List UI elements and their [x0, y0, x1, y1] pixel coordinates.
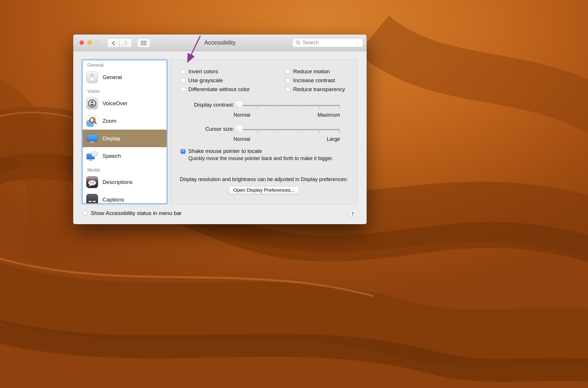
titlebar[interactable]: Accessibility Search [73, 34, 367, 51]
reduce-transparency-label: Reduce transparency [293, 86, 345, 93]
sidebar-item-captions[interactable]: Captions [83, 191, 167, 204]
back-button[interactable] [107, 38, 120, 48]
sidebar[interactable]: General General Vision VoiceOver [82, 59, 167, 204]
sidebar-section-general: General [87, 63, 167, 68]
sidebar-item-label: Captions [102, 197, 124, 203]
voiceover-icon [86, 97, 98, 110]
sidebar-item-general[interactable]: General [83, 68, 167, 86]
question-mark-icon: ? [351, 212, 354, 217]
grid-icon [141, 41, 146, 45]
use-grayscale-checkbox[interactable] [181, 78, 185, 83]
sidebar-item-voiceover[interactable]: VoiceOver [83, 95, 167, 112]
captions-icon [86, 194, 98, 204]
open-display-preferences-button[interactable]: Open Display Preferences... [229, 186, 299, 194]
sidebar-item-speech[interactable]: Speech [83, 147, 167, 165]
sidebar-section-media: Media [87, 168, 167, 173]
help-button[interactable]: ? [349, 210, 356, 218]
search-icon [296, 40, 301, 45]
shake-mouse-pointer-checkbox[interactable] [181, 149, 185, 154]
reduce-transparency-checkbox[interactable] [285, 87, 290, 92]
shake-mouse-pointer-label: Shake mouse pointer to locate [188, 148, 262, 154]
sidebar-section-vision: Vision [87, 89, 167, 94]
slider-track[interactable] [237, 105, 340, 106]
max-label: Maximum [318, 112, 340, 118]
slider-ticks [237, 106, 340, 108]
increase-contrast-row[interactable]: Increase contrast [285, 78, 335, 83]
sidebar-item-label: Zoom [102, 118, 117, 124]
cursor-size-label: Cursor size: [171, 126, 234, 132]
chevron-left-icon [112, 41, 115, 45]
shake-mouse-pointer-row[interactable]: Shake mouse pointer to locate [181, 148, 262, 154]
sidebar-item-label: Speech [102, 153, 121, 159]
shake-mouse-pointer-description: Quickly move the mouse pointer back and … [188, 155, 333, 162]
accessibility-status-row[interactable]: Show Accessibility status in menu bar [83, 210, 182, 216]
reduce-motion-row[interactable]: Reduce motion [285, 69, 330, 74]
accessibility-status-label: Show Accessibility status in menu bar [91, 210, 182, 216]
increase-contrast-checkbox[interactable] [285, 78, 290, 83]
display-contrast-scale: Normal Maximum [237, 112, 340, 118]
differentiate-without-color-checkbox[interactable] [181, 87, 185, 92]
sidebar-item-label: General [102, 74, 122, 80]
descriptions-icon [86, 176, 98, 188]
sidebar-item-label: Display [102, 135, 120, 142]
min-label: Normal [233, 136, 250, 142]
reduce-motion-label: Reduce motion [293, 68, 330, 75]
nav-buttons [107, 38, 132, 48]
invert-colors-checkbox[interactable] [181, 69, 185, 74]
sidebar-item-label: VoiceOver [102, 100, 128, 107]
differentiate-without-color-label: Differentiate without color [188, 86, 250, 93]
zoom-icon [86, 115, 98, 127]
sidebar-item-label: Descriptions [102, 179, 133, 185]
invert-colors-label: Invert colors [188, 68, 218, 75]
min-label: Normal [233, 112, 250, 118]
slider-track[interactable] [237, 129, 340, 130]
display-contrast-slider[interactable] [237, 102, 340, 109]
display-preferences-note: Display resolution and brightness can be… [171, 176, 357, 183]
use-grayscale-label: Use grayscale [188, 77, 223, 84]
reduce-motion-checkbox[interactable] [285, 69, 290, 74]
chevron-right-icon [124, 41, 127, 45]
use-grayscale-row[interactable]: Use grayscale [181, 78, 223, 83]
search-input[interactable]: Search [293, 38, 363, 47]
accessibility-window: Accessibility Search General General Vis… [73, 34, 367, 224]
close-button[interactable] [80, 41, 84, 45]
forward-button[interactable] [119, 38, 132, 48]
speech-icon [86, 150, 98, 162]
increase-contrast-label: Increase contrast [293, 77, 335, 84]
general-icon [86, 71, 98, 83]
show-all-button[interactable] [137, 38, 150, 48]
sidebar-item-display[interactable]: Display [83, 130, 167, 147]
display-preferences-pane: Invert colors Use grayscale Differentiat… [170, 59, 357, 204]
display-icon [86, 132, 98, 145]
invert-colors-row[interactable]: Invert colors [181, 69, 218, 74]
minimize-button[interactable] [88, 41, 92, 45]
cursor-size-slider[interactable] [237, 126, 340, 133]
accessibility-status-checkbox[interactable] [83, 211, 88, 216]
cursor-size-scale: Normal Large [237, 136, 340, 142]
reduce-transparency-row[interactable]: Reduce transparency [285, 87, 345, 92]
search-placeholder: Search [303, 40, 319, 46]
fullscreen-button[interactable] [96, 41, 100, 45]
max-label: Large [327, 136, 340, 142]
slider-ticks [237, 130, 340, 132]
display-contrast-label: Display contrast: [171, 102, 234, 108]
traffic-lights [80, 41, 100, 45]
sidebar-item-zoom[interactable]: Zoom [83, 112, 167, 130]
differentiate-without-color-row[interactable]: Differentiate without color [181, 87, 250, 92]
sidebar-item-descriptions[interactable]: Descriptions [83, 173, 167, 191]
